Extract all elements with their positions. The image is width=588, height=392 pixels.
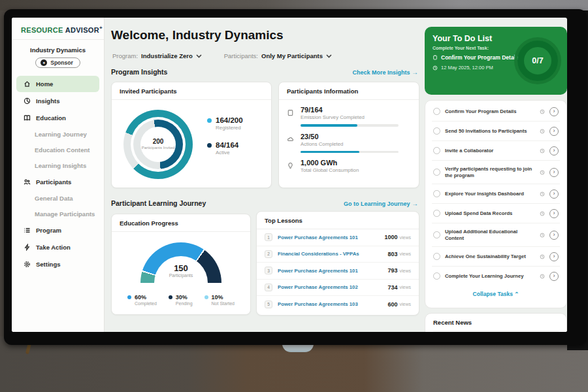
clock-icon (540, 109, 545, 114)
education-progress-title: Education Progress (112, 214, 250, 232)
lesson-link[interactable]: Power Purchase Agreements 101 (278, 268, 387, 274)
sidebar-item-label: Participants (36, 178, 71, 186)
clock-icon (540, 170, 545, 175)
chevron-right-icon[interactable]: › (549, 107, 559, 116)
go-to-learning-journey-link[interactable]: Go to Learning Journey → (344, 200, 418, 207)
sidebar-item-education[interactable]: Education (16, 110, 99, 126)
chevron-right-icon[interactable]: › (549, 252, 559, 261)
sidebar-item-participants[interactable]: Participants (16, 174, 99, 190)
sponsor-icon: ● (41, 59, 47, 66)
lesson-link[interactable]: Power Purchase Agreements 101 (278, 235, 384, 240)
sidebar-item-general-data[interactable]: General Data (16, 191, 99, 206)
task-row-complete-learning-journey[interactable]: Complete Your Learning Journey › (432, 267, 560, 286)
sidebar-nav: Home Insights Education Learning Journey… (12, 76, 104, 272)
rank-badge: 4 (265, 284, 272, 291)
sidebar-item-insights[interactable]: Insights (16, 93, 99, 109)
recent-news-title: Recent News (433, 319, 559, 326)
arrow-right-icon: → (412, 69, 418, 76)
program-dropdown[interactable]: Program: Industrialize Zero (112, 52, 202, 59)
task-row-upload-educational-content[interactable]: Upload Additional Educational Content › (432, 223, 560, 247)
lesson-row: 5 Power Purchase Agreements 103 600 view… (257, 296, 419, 313)
sponsor-badge[interactable]: ● Sponsor (35, 57, 80, 68)
check-more-insights-link[interactable]: Check More Insights → (352, 69, 418, 76)
not-started-dot-icon (204, 295, 208, 299)
clock-icon (540, 148, 545, 154)
take-action-icon (23, 243, 31, 251)
education-progress-card: Education Progress 150 Participants 60% … (111, 214, 251, 315)
chevron-right-icon[interactable]: › (549, 209, 559, 218)
task-row-achieve-target[interactable]: Achieve One Sustainability Target › (432, 247, 560, 267)
registered-dot-icon (207, 118, 212, 123)
clock-icon (540, 211, 545, 216)
lesson-link[interactable]: Power Purchase Agreements 102 (278, 284, 387, 290)
pending-dot-icon (169, 295, 172, 299)
legend-pending: 30% Pending (169, 294, 193, 306)
clock-icon (540, 191, 545, 197)
top-lessons-card: Top Lessons 1 Power Purchase Agreements … (256, 211, 419, 316)
sidebar-item-take-action[interactable]: Take Action (16, 239, 99, 255)
sidebar-item-settings[interactable]: Settings (16, 256, 99, 272)
task-checkbox[interactable] (433, 147, 440, 154)
sidebar-item-education-content[interactable]: Education Content (16, 142, 99, 157)
logo-advisor: ADVISOR (65, 26, 99, 34)
app-logo: RESOURCE ADVISOR+ (12, 18, 104, 40)
program-insights-header: Program Insights Check More Insights → (111, 68, 418, 76)
program-value: Industrialize Zero (141, 52, 193, 59)
collapse-tasks-link[interactable]: Collapse Tasks ⌃ (432, 286, 560, 300)
task-checkbox[interactable] (433, 127, 440, 135)
lesson-row: 2 Financial Considerations - VPPAs 803 v… (257, 246, 419, 263)
chevron-down-icon (196, 52, 202, 59)
donut-center-label: Participants Invited (142, 146, 175, 151)
survey-clipboard-icon (287, 106, 295, 127)
chevron-right-icon[interactable]: › (549, 168, 559, 177)
program-list-icon (23, 226, 31, 234)
sidebar-item-label: Education Content (35, 146, 90, 154)
chevron-right-icon[interactable]: › (549, 189, 559, 199)
sidebar-item-home[interactable]: Home (16, 76, 99, 92)
task-row-verify-participants[interactable]: Verify participants requesting to join t… (432, 161, 560, 184)
actions-progress-bar (301, 151, 399, 154)
task-row-upload-spend-data[interactable]: Upload Spend Data Records › (432, 204, 560, 223)
education-book-icon (23, 114, 31, 122)
participants-dropdown[interactable]: Participants: Only My Participants (224, 52, 332, 59)
sidebar-item-label: Learning Journey (35, 131, 87, 138)
task-row-invite-collaborator[interactable]: Invite a Collaborator › (432, 141, 560, 161)
legend-registered: 164/200 Registered (207, 116, 243, 131)
sidebar-item-label: Learning Insights (35, 162, 86, 169)
arrow-right-icon: → (412, 200, 418, 207)
task-checkbox[interactable] (433, 272, 440, 280)
chevron-right-icon[interactable]: › (549, 127, 559, 136)
invited-participants-card: Invited Participants 200 Participants In… (111, 82, 272, 188)
task-row-confirm-program[interactable]: Confirm Your Program Details › (432, 102, 560, 122)
task-checkbox[interactable] (433, 210, 440, 217)
chevron-up-icon: ⌃ (514, 291, 519, 297)
sidebar-item-manage-participants[interactable]: Manage Participants (16, 206, 99, 221)
task-checkbox[interactable] (433, 253, 440, 260)
task-row-send-invitations[interactable]: Send 50 Invitations to Participants › (432, 122, 560, 141)
task-checkbox[interactable] (433, 231, 440, 238)
sponsor-label: Sponsor (50, 59, 73, 66)
task-checkbox[interactable] (433, 169, 440, 176)
sidebar-item-program[interactable]: Program (16, 222, 99, 238)
clock-icon (540, 233, 545, 238)
divider (433, 331, 559, 331)
todo-progress-ring: 0/7 (517, 41, 558, 81)
todo-next-task: Confirm Your Program Details (441, 54, 520, 61)
metric-actions: 23/50 Actions Completed (279, 127, 419, 154)
chevron-right-icon[interactable]: › (549, 231, 559, 240)
lesson-link[interactable]: Power Purchase Agreements 103 (278, 301, 387, 307)
sidebar-item-learning-journey[interactable]: Learning Journey (16, 127, 99, 142)
recent-news-card: Recent News (425, 313, 567, 332)
rank-badge: 2 (265, 250, 272, 258)
chevron-right-icon[interactable]: › (549, 146, 559, 155)
lesson-link[interactable]: Financial Considerations - VPPAs (278, 251, 387, 257)
invited-participants-title: Invited Participants (112, 82, 271, 100)
task-row-explore-insights[interactable]: Explore Your Insights Dashboard › (432, 184, 560, 204)
sidebar-item-learning-insights[interactable]: Learning Insights (16, 158, 99, 173)
settings-gear-icon (23, 260, 31, 268)
participants-information-title: Participants Information (279, 82, 419, 100)
chevron-right-icon[interactable]: › (549, 272, 559, 281)
task-checkbox[interactable] (433, 190, 440, 197)
filters-row: Program: Industrialize Zero Participants… (112, 52, 332, 59)
task-checkbox[interactable] (433, 108, 440, 115)
